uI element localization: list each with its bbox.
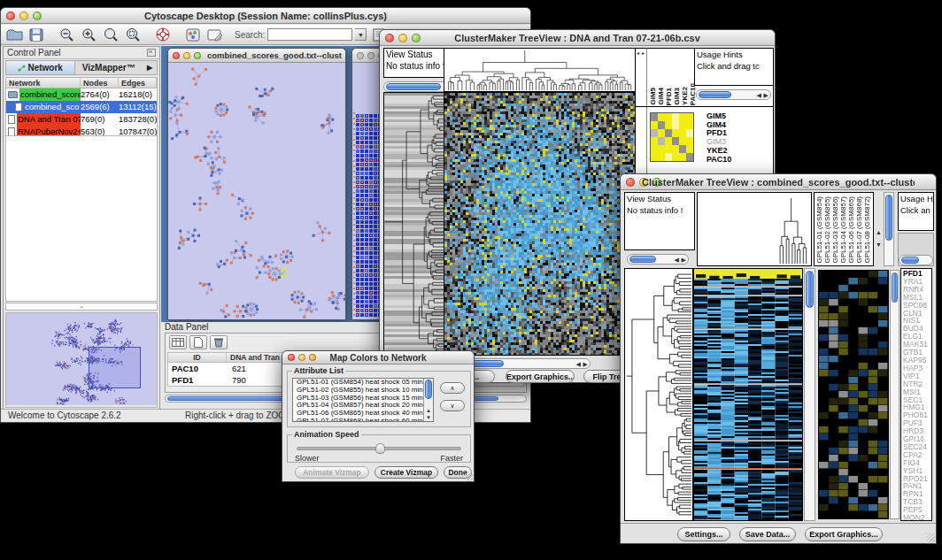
tv1-mini-heatmap[interactable] bbox=[650, 112, 694, 162]
mini-heatmap-cell bbox=[651, 121, 658, 129]
slider-thumb[interactable] bbox=[375, 443, 385, 454]
close-icon[interactable] bbox=[6, 12, 15, 20]
tv2-gene-vscrollbar[interactable] bbox=[890, 270, 900, 519]
labels-down-icon[interactable]: ▼ bbox=[876, 242, 882, 248]
frame-close-icon[interactable] bbox=[173, 52, 180, 59]
frame-titlebar[interactable]: combined_scores_good.txt--cluste... bbox=[168, 49, 345, 63]
network-table-row[interactable]: combined_sco 2569(6) 13112(15) bbox=[6, 101, 157, 113]
attribute-list-group: Attribute List GPL51-01 (GSM854) heat sh… bbox=[287, 371, 471, 427]
birdseye-view[interactable] bbox=[5, 312, 158, 408]
attribute-list-vscrollbar[interactable]: ▲▼ bbox=[423, 379, 433, 421]
close-icon[interactable] bbox=[626, 178, 635, 187]
frame-minimize-icon[interactable] bbox=[183, 52, 190, 59]
main-titlebar[interactable]: Cytoscape Desktop (Session Name: collins… bbox=[1, 8, 530, 24]
frame-title: combined_scores_good.txt--cluste... bbox=[207, 49, 342, 63]
tab-network[interactable]: Network bbox=[6, 61, 75, 74]
network-type-icon bbox=[15, 103, 22, 111]
vizmapper-icon[interactable] bbox=[183, 27, 203, 42]
move-up-button[interactable]: ∧ bbox=[440, 382, 465, 394]
scroll-right-icon[interactable]: ▶ bbox=[764, 90, 768, 99]
data-panel-title: Data Panel bbox=[165, 322, 208, 332]
zoom-selected-icon[interactable] bbox=[123, 27, 143, 42]
frame-zoom-icon[interactable] bbox=[194, 52, 201, 59]
frame2-close-icon[interactable] bbox=[357, 52, 364, 59]
mini-heatmap-cell bbox=[672, 113, 679, 121]
scroll-right-icon[interactable]: ▶ bbox=[583, 359, 588, 368]
mini-heatmap-cell bbox=[679, 153, 686, 161]
scroll-left-icon[interactable]: ◀ bbox=[576, 359, 581, 368]
search-label: Search: bbox=[235, 30, 265, 40]
tv2-zoom-heatmap[interactable] bbox=[818, 270, 889, 519]
strip-left-icon[interactable]: ◂ bbox=[637, 50, 639, 57]
search-dropdown-icon[interactable]: ▼ bbox=[355, 28, 367, 41]
tv1-usage-hints-panel: Usage Hints Click and drag tc bbox=[694, 49, 773, 86]
animation-speed-slider[interactable] bbox=[297, 447, 461, 450]
attribute-list-item[interactable]: GPL51-07 (GSM868) heat shock 60 min bbox=[295, 418, 423, 422]
zoom-in-icon[interactable] bbox=[79, 27, 98, 42]
mini-heatmap-cell bbox=[679, 137, 686, 145]
tv1-titlebar[interactable]: ClusterMaker TreeView : DNA and Tran 07-… bbox=[380, 30, 775, 46]
resize-grip[interactable] bbox=[926, 533, 935, 542]
annotation-icon[interactable] bbox=[205, 27, 225, 42]
labels-up-icon[interactable]: ▲ bbox=[876, 229, 882, 235]
tv2-labels-vscrollbar[interactable] bbox=[884, 192, 894, 266]
delete-attribute-icon[interactable] bbox=[210, 335, 228, 349]
tv2-row-dendrogram[interactable] bbox=[624, 268, 693, 521]
open-file-icon[interactable] bbox=[4, 27, 24, 42]
scroll-left-icon[interactable]: ◀ bbox=[757, 90, 761, 99]
main-window-title: Cytoscape Desktop (Session Name: collins… bbox=[22, 8, 509, 24]
float-panel-icon[interactable] bbox=[147, 49, 156, 58]
tv1-usage-hscrollbar[interactable]: ◀▶ bbox=[696, 89, 771, 100]
tv2-column-dendrogram[interactable] bbox=[697, 192, 812, 266]
tv2-heatmap[interactable] bbox=[693, 268, 803, 521]
dialog-titlebar[interactable]: Map Colors to Network bbox=[282, 351, 474, 364]
mini-heatmap-cell bbox=[658, 129, 665, 137]
mini-heatmap-cell bbox=[665, 153, 672, 161]
help-ring-icon[interactable] bbox=[153, 27, 173, 42]
new-attribute-icon[interactable] bbox=[189, 335, 207, 349]
create-vizmap-button[interactable]: Create Vizmap bbox=[374, 466, 438, 479]
mini-heatmap-cell bbox=[658, 113, 665, 121]
frame2-minimize-icon[interactable] bbox=[367, 52, 374, 59]
birdseye-divider[interactable]: ▪ bbox=[5, 303, 158, 311]
scroll-up-icon[interactable]: ▲ bbox=[424, 407, 433, 414]
tv2-status-hscrollbar[interactable]: ◀▶ bbox=[627, 254, 689, 265]
tv1-row-labels: GIM5GIM4PFD1GIM3YKE2PAC10 bbox=[706, 112, 731, 164]
tv2-save-data-button[interactable]: Save Data... bbox=[739, 527, 796, 541]
tv2-settings-button[interactable]: Settings... bbox=[677, 527, 730, 541]
strip-right-icon[interactable]: ▸ bbox=[642, 50, 645, 57]
tv1-column-dendrogram[interactable] bbox=[444, 48, 636, 92]
scroll-right-icon[interactable]: ▶ bbox=[682, 255, 686, 264]
network-table-row[interactable]: combined_scores 2764(0) 16218(0) bbox=[6, 88, 157, 101]
close-icon[interactable] bbox=[288, 354, 295, 361]
network-view-frame[interactable]: combined_scores_good.txt--cluste... bbox=[167, 48, 346, 320]
resize-grip[interactable] bbox=[464, 472, 473, 480]
scroll-down-icon[interactable]: ▼ bbox=[424, 414, 433, 421]
tv2-export-graphics-button[interactable]: Export Graphics... bbox=[805, 527, 883, 541]
scroll-left-icon[interactable]: ◀ bbox=[675, 255, 679, 264]
tv1-export-graphics-button[interactable]: Export Graphics... bbox=[506, 370, 575, 383]
mini-heatmap-cell bbox=[665, 145, 672, 153]
network-table-row[interactable]: DNA and Tran 07 769(0) 183728(0) bbox=[6, 113, 157, 126]
tv1-heatmap[interactable] bbox=[444, 92, 636, 356]
tv2-title: ClusterMaker TreeView : combined_scores_… bbox=[642, 174, 915, 190]
zoom-out-icon[interactable] bbox=[57, 27, 76, 42]
zoom-fit-icon[interactable] bbox=[101, 27, 120, 42]
tv1-row-dendrogram[interactable] bbox=[383, 92, 445, 356]
close-icon[interactable] bbox=[385, 34, 394, 42]
gene-label[interactable]: MON2 bbox=[903, 514, 931, 521]
animate-vizmap-button[interactable]: Animate Vizmap bbox=[295, 466, 369, 479]
search-input[interactable] bbox=[267, 28, 352, 41]
save-icon[interactable] bbox=[27, 27, 46, 42]
move-down-button[interactable]: ∨ bbox=[440, 400, 465, 411]
tab-overflow-icon[interactable]: ▶ bbox=[143, 61, 157, 74]
view-status-line: No status info ! bbox=[625, 204, 694, 216]
attribute-list[interactable]: GPL51-01 (GSM854) heat shock 05 minGPL51… bbox=[292, 378, 434, 422]
tv2-usage-hscrollbar[interactable] bbox=[899, 255, 933, 265]
tv2-titlebar[interactable]: ClusterMaker TreeView : combined_scores_… bbox=[621, 174, 936, 190]
usage-hints-title: Usage Hints bbox=[695, 49, 773, 60]
attribute-select-icon[interactable] bbox=[169, 335, 187, 349]
network-view-canvas[interactable] bbox=[168, 63, 345, 319]
tv2-heatmap-vscrollbar[interactable] bbox=[804, 268, 815, 521]
tab-vizmapper[interactable]: VizMapper™ bbox=[75, 61, 143, 74]
